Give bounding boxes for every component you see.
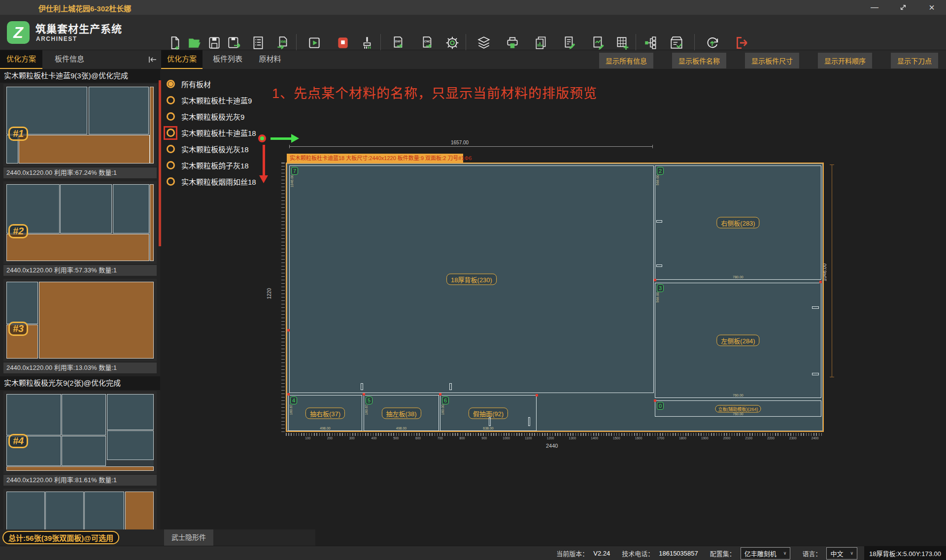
sheet-preview[interactable]: #4 — [3, 391, 157, 474]
tab-panel-info[interactable]: 板件信息 — [42, 50, 97, 69]
sheet-piece-6[interactable]: 假抽面(92)6638.00160.00 — [440, 395, 537, 431]
top-dimension-label: 1657.00 — [448, 140, 471, 145]
material-section-header: 实木颗粒板极光灰9(2张)@优化完成 — [0, 376, 160, 390]
display-button-3[interactable]: 显示开料顺序 — [818, 53, 872, 68]
status-bar: 当前版本：V2.24 技术电话：18615035857 配置集： 亿丰雕刻机∨ … — [0, 546, 946, 560]
material-option-5[interactable]: 实木颗粒板鸽子灰18 — [164, 157, 277, 173]
preview-piece — [6, 234, 149, 261]
radio-icon[interactable] — [167, 145, 175, 153]
preview-piece — [113, 184, 149, 233]
display-button-4[interactable]: 显示下刀点 — [891, 53, 938, 68]
display-buttons: 显示所有信息显示板件名称显示板件尺寸显示开料顺序显示下刀点 — [599, 53, 938, 68]
display-button-1[interactable]: 显示板件名称 — [672, 53, 726, 68]
piece-height-dimension: 1046.00 — [290, 175, 294, 187]
radio-wrap — [164, 159, 177, 172]
radio-icon[interactable] — [167, 112, 175, 121]
tab-optimize-plan[interactable]: 优化方案 — [161, 50, 203, 69]
tab-hidden-parts[interactable]: 武士隐形件 — [164, 529, 213, 546]
preview-piece — [107, 430, 154, 460]
y-axis-arrow — [263, 145, 265, 175]
slot-mark — [812, 306, 819, 309]
x-axis-arrow-tip — [291, 134, 299, 143]
sheet-preview[interactable] — [3, 489, 157, 529]
sheet-piece-7[interactable]: 18厚背板(230)71046.00 — [289, 165, 654, 393]
material-option-4[interactable]: 实木颗粒板极光灰18 — [164, 141, 277, 157]
piece-width-dimension: 638.00 — [440, 427, 536, 430]
phone-value: 18615035857 — [659, 550, 698, 557]
language-select[interactable]: 中文∨ — [826, 547, 857, 560]
preview-piece — [6, 282, 38, 324]
sheet-caption: 2440.0x1220.00 利用率:57.33% 数量:1 — [3, 265, 157, 276]
sheet-preview[interactable]: #2 — [3, 181, 157, 264]
ruler-tick-label: 1400 — [591, 436, 598, 440]
ruler-tick-label: 900 — [481, 436, 487, 440]
close-button[interactable]: × — [917, 0, 946, 15]
radio-icon[interactable] — [167, 129, 175, 137]
piece-height-dimension: 160.67 — [289, 404, 293, 415]
piece-order-badge: 7 — [291, 167, 298, 175]
minimize-button[interactable]: — — [860, 0, 889, 15]
display-button-0[interactable]: 显示所有信息 — [599, 53, 653, 68]
sheet-piece-5[interactable]: 抽左板(38)5498.00160.67 — [364, 395, 439, 431]
sheet-preview[interactable]: #1 — [3, 84, 157, 166]
tab-panel-list[interactable]: 板件列表 — [206, 50, 249, 69]
config-select[interactable]: 亿丰雕刻机∨ — [741, 547, 791, 560]
material-option-2[interactable]: 实木颗粒板极光灰9 — [164, 108, 277, 125]
sheet-piece-4[interactable]: 抽右板(37)4498.00160.67 — [288, 395, 362, 431]
sheet-number-badge: #3 — [8, 322, 28, 336]
material-option-0[interactable]: 所有板材 — [164, 76, 277, 92]
piece-width-dimension: 498.00 — [289, 427, 362, 430]
material-option-1[interactable]: 实木颗粒板杜卡迪蓝9 — [164, 92, 277, 108]
ruler-tick-label: 2100 — [745, 436, 752, 440]
optimize-result-sidebar: 实木颗粒板杜卡迪蓝9(3张)@优化完成#12440.0x1220.00 利用率:… — [0, 69, 160, 529]
radio-icon[interactable] — [167, 96, 175, 104]
config-select-value: 亿丰雕刻机 — [744, 549, 777, 558]
version-label: 当前版本： — [556, 549, 588, 558]
maximize-button[interactable] — [889, 0, 917, 15]
ruler-tick-label: 300 — [349, 436, 355, 440]
app-window: 伊仕利上城花园6-302杜长娜 — × Z 筑巢套材生产系统 ARCHINEST… — [0, 0, 946, 560]
cut-report-icon — [534, 35, 548, 50]
export-cnc-icon — [420, 35, 435, 50]
sheet-number-badge: #1 — [8, 127, 28, 141]
radio-icon[interactable] — [167, 161, 175, 169]
sheet-preview[interactable]: #3 — [3, 279, 157, 362]
window-controls: — × — [860, 0, 946, 15]
left-ruler — [277, 163, 285, 432]
tab-raw-material[interactable]: 原材料 — [253, 50, 287, 69]
preview-piece — [60, 184, 112, 233]
new-file-icon — [168, 35, 182, 50]
export-dxf-icon — [391, 35, 406, 50]
cut-point-dot — [287, 329, 290, 331]
collapse-sidebar-button[interactable] — [147, 54, 159, 65]
ruler-tick-label: 800 — [460, 436, 465, 440]
bottom-ruler: 1002003004005006007008009001000110012001… — [286, 433, 824, 441]
cutting-sheet[interactable]: 1652.00 18厚背板(230)71046.00右侧板(283)2780.0… — [286, 163, 824, 432]
sheet-piece-0[interactable]: 立板(辅助模板)(264)0760.00 — [655, 400, 821, 417]
config-label: 配置集： — [710, 549, 736, 558]
save-as-icon — [227, 35, 241, 50]
radio-icon[interactable] — [167, 177, 175, 186]
preview-piece — [6, 394, 61, 435]
sheet-piece-2[interactable]: 右侧板(283)2780.00568.00 — [655, 165, 821, 280]
piece-label: 立板(辅助模板)(264) — [715, 405, 761, 412]
materials-scrollbar[interactable] — [159, 80, 161, 246]
piece-label: 假抽面(92) — [469, 407, 508, 419]
tab-optimize-plan-left[interactable]: 优化方案 — [0, 50, 42, 69]
chevron-down-icon: ∨ — [850, 551, 853, 556]
app-subtitle: ARCHINEST — [36, 35, 77, 42]
preview-piece — [150, 87, 154, 164]
radio-icon[interactable] — [167, 80, 175, 88]
sheet-preview-canvas: #1 — [6, 87, 154, 164]
material-option-label: 所有板材 — [181, 79, 211, 89]
ruler-tick-label: 500 — [393, 436, 399, 440]
material-section-header: 实木颗粒板杜卡迪蓝9(3张)@优化完成 — [0, 69, 160, 83]
sheet-piece-3[interactable]: 左侧板(284)3760.00568.00 — [655, 283, 821, 398]
slot-mark — [361, 383, 363, 390]
display-button-2[interactable]: 显示板件尺寸 — [745, 53, 799, 68]
top-dimension-line — [289, 146, 653, 147]
tab-row: 优化方案 板件信息 优化方案 板件列表 原材料 显示所有信息显示板件名称显示板件… — [0, 50, 946, 69]
ruler-tick-label: 2200 — [767, 436, 774, 440]
report-design-icon — [591, 35, 606, 50]
cut-point-dot — [536, 394, 538, 396]
